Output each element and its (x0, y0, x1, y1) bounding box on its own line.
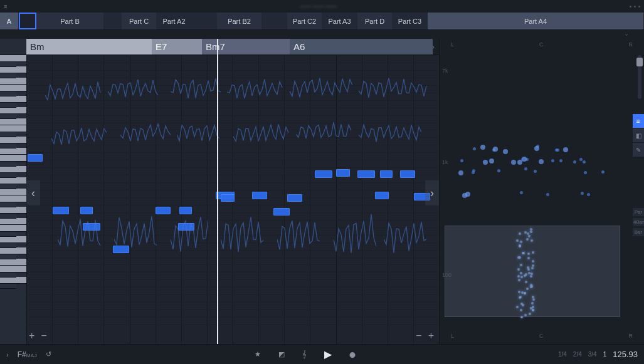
part-slot[interactable]: Part D (357, 13, 393, 29)
piano-key[interactable] (0, 166, 26, 173)
piano-key[interactable] (0, 173, 16, 178)
expand-icon[interactable]: › (6, 351, 9, 358)
overview-viewport[interactable] (445, 226, 620, 317)
note-editor[interactable]: ‹ › + − − + (0, 55, 439, 344)
piano-key[interactable] (0, 259, 26, 266)
piano-key[interactable] (0, 137, 26, 143)
part-slot[interactable] (262, 13, 287, 29)
part-letter[interactable]: A (0, 13, 19, 29)
piano-key[interactable] (0, 189, 26, 195)
note[interactable] (357, 170, 375, 178)
overview-body[interactable]: 7k1k100 (440, 53, 644, 330)
piano-key[interactable] (0, 55, 26, 62)
piano-key[interactable] (0, 284, 16, 289)
part-slot[interactable]: Part B (36, 13, 104, 29)
piano-key[interactable] (0, 214, 16, 219)
piano-key[interactable] (0, 78, 26, 85)
undo-icon[interactable]: ↺ (46, 350, 51, 358)
note[interactable] (83, 223, 100, 231)
zoom-in-icon-r[interactable]: + (428, 330, 434, 341)
note[interactable] (156, 207, 171, 214)
key-display[interactable]: F#MAJ (18, 350, 38, 359)
piano-key[interactable] (0, 148, 26, 155)
piano-key[interactable] (0, 177, 26, 184)
piano-key[interactable] (0, 132, 16, 137)
piano-key[interactable] (0, 85, 26, 91)
part-slot[interactable] (104, 13, 122, 29)
piano-key[interactable] (0, 225, 26, 232)
side-label[interactable]: 4Bar (633, 218, 644, 226)
side-tab[interactable]: ✎ (633, 143, 644, 157)
part-slot[interactable]: Part C (122, 13, 157, 29)
note[interactable] (273, 208, 290, 216)
piano-key[interactable] (0, 273, 16, 278)
piano-key[interactable] (0, 162, 16, 167)
piano-key[interactable] (0, 73, 16, 78)
metronome-icon[interactable]: ◩ (278, 350, 285, 358)
piano-key[interactable] (0, 62, 16, 67)
note[interactable] (252, 192, 267, 199)
part-slot[interactable]: Part A4 (428, 13, 644, 29)
sig-2[interactable]: 2/4 (573, 351, 582, 358)
note[interactable] (315, 170, 332, 178)
chord-segment[interactable]: Bm7 (202, 39, 290, 55)
zoom-out-icon[interactable]: − (41, 330, 46, 341)
tuning-fork-icon[interactable]: 𝄞 (302, 350, 307, 358)
part-slot[interactable] (192, 13, 217, 29)
zoom-out-icon-r[interactable]: − (416, 330, 421, 341)
note[interactable] (28, 154, 43, 162)
part-slot[interactable]: Part B2 (217, 13, 262, 29)
prev-section-icon[interactable]: ‹ (26, 180, 40, 205)
note[interactable] (53, 207, 69, 214)
piano-key[interactable] (0, 96, 26, 103)
piano-key[interactable] (0, 91, 16, 96)
part-slot[interactable]: Part A3 (322, 13, 357, 29)
piano-key[interactable] (0, 195, 26, 202)
piano-key[interactable] (0, 107, 26, 114)
piano-roll[interactable] (0, 55, 26, 344)
piano-key[interactable] (0, 202, 16, 207)
piano-key[interactable] (0, 125, 26, 132)
part-slot[interactable]: Part C3 (393, 13, 428, 29)
side-tab[interactable]: ◧ (633, 128, 644, 142)
piano-key[interactable] (0, 254, 16, 259)
piano-key[interactable] (0, 266, 26, 273)
note[interactable] (336, 169, 350, 177)
piano-key[interactable] (0, 184, 16, 189)
note[interactable] (375, 192, 389, 199)
note[interactable] (287, 194, 302, 202)
bpm-display[interactable]: 125.93 (613, 350, 638, 359)
piano-key[interactable] (0, 114, 16, 119)
next-section-icon[interactable]: › (425, 180, 439, 205)
play-button[interactable]: ▶ (324, 348, 332, 360)
note[interactable] (113, 246, 129, 253)
piano-key[interactable] (0, 232, 16, 237)
note[interactable] (380, 170, 393, 178)
piano-key[interactable] (0, 247, 26, 254)
chord-segment[interactable]: E7 (152, 39, 202, 55)
favorite-icon[interactable]: ★ (255, 350, 261, 358)
piano-key[interactable] (0, 236, 26, 243)
side-label[interactable]: Bar (633, 228, 644, 236)
playhead[interactable] (217, 39, 218, 344)
note[interactable] (179, 207, 192, 214)
sig-3[interactable]: 3/4 (588, 351, 597, 358)
piano-key[interactable] (0, 66, 26, 73)
sig-1[interactable]: 1/4 (558, 351, 567, 358)
note[interactable] (400, 170, 415, 178)
chord-next-icon[interactable]: › (429, 41, 438, 53)
piano-key[interactable] (0, 277, 26, 284)
note[interactable] (80, 207, 93, 214)
piano-key[interactable] (0, 155, 26, 162)
part-slot[interactable] (19, 13, 36, 29)
part-slot[interactable]: Part A2 (157, 13, 192, 29)
note[interactable] (221, 194, 235, 202)
side-label[interactable]: Par (633, 208, 644, 216)
side-tab[interactable]: ≡ (633, 114, 644, 128)
note[interactable] (178, 223, 194, 231)
window-controls[interactable] (630, 6, 640, 8)
piano-key[interactable] (0, 143, 16, 148)
piano-key[interactable] (0, 118, 26, 125)
note-grid[interactable]: ‹ › + − − + (26, 55, 439, 344)
zoom-in-icon[interactable]: + (29, 330, 34, 341)
